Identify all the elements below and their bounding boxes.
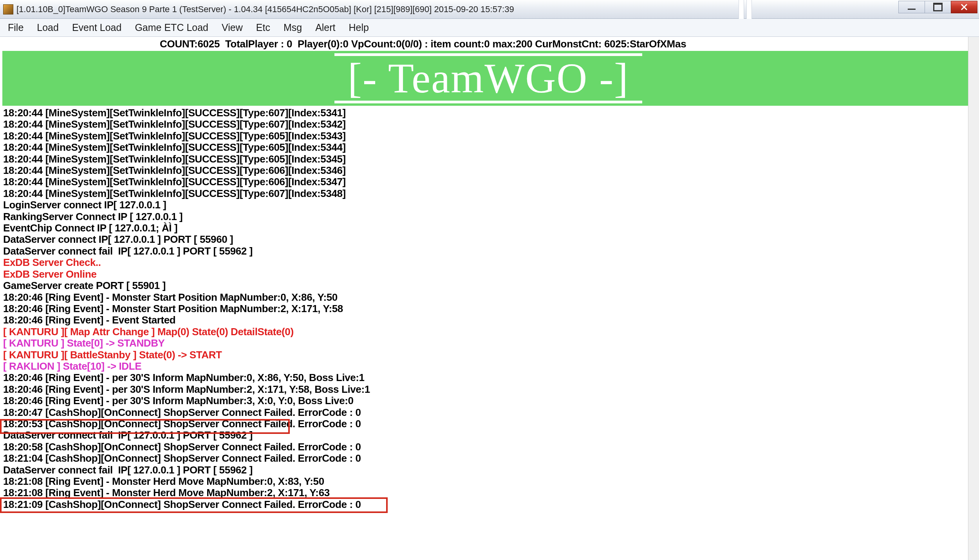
log-line: 18:20:47 [CashShop][OnConnect] ShopServe… bbox=[3, 407, 979, 418]
menu-game-etc-load[interactable]: Game ETC Load bbox=[132, 20, 211, 35]
log-line: 18:20:44 [MineSystem][SetTwinkleInfo][SU… bbox=[3, 107, 979, 119]
maximize-button[interactable] bbox=[925, 1, 951, 13]
app-icon bbox=[3, 4, 13, 14]
minimize-button[interactable] bbox=[898, 1, 925, 13]
menu-help[interactable]: Help bbox=[347, 20, 371, 35]
log-line: 18:20:46 [Ring Event] - per 30'S Inform … bbox=[3, 395, 979, 406]
log-line: ExDB Server Online bbox=[3, 269, 979, 280]
menu-etc[interactable]: Etc bbox=[254, 20, 273, 35]
log-line: 18:21:08 [Ring Event] - Monster Herd Mov… bbox=[3, 487, 979, 499]
decorative-divider bbox=[739, 0, 744, 19]
log-line: 18:20:44 [MineSystem][SetTwinkleInfo][SU… bbox=[3, 188, 979, 199]
menu-alert[interactable]: Alert bbox=[313, 20, 338, 35]
menu-view[interactable]: View bbox=[219, 20, 245, 35]
status-line: COUNT:6025 TotalPlayer : 0 Player(0):0 V… bbox=[0, 37, 979, 51]
close-icon bbox=[960, 3, 968, 11]
log-line: 18:20:46 [Ring Event] - per 30'S Inform … bbox=[3, 384, 979, 395]
title-bar: [1.01.10B_0]TeamWGO Season 9 Parte 1 (Te… bbox=[0, 0, 979, 19]
log-line: 18:20:44 [MineSystem][SetTwinkleInfo][SU… bbox=[3, 165, 979, 176]
log-line: 18:20:53 [CashShop][OnConnect] ShopServe… bbox=[3, 418, 979, 430]
log-line: DataServer connect fail IP[ 127.0.0.1 ] … bbox=[3, 430, 979, 441]
log-line: 18:20:58 [CashShop][OnConnect] ShopServe… bbox=[3, 441, 979, 453]
log-line: [ KANTURU ][ BattleStanby ] State(0) -> … bbox=[3, 349, 979, 361]
window-title: [1.01.10B_0]TeamWGO Season 9 Parte 1 (Te… bbox=[16, 4, 514, 14]
log-line: [ KANTURU ] State[0] -> STANDBY bbox=[3, 338, 979, 349]
log-line: 18:21:08 [Ring Event] - Monster Herd Mov… bbox=[3, 476, 979, 487]
status-text: COUNT:6025 TotalPlayer : 0 Player(0):0 V… bbox=[160, 38, 686, 50]
log-line: 18:21:04 [CashShop][OnConnect] ShopServe… bbox=[3, 453, 979, 464]
log-line: 18:20:46 [Ring Event] - Monster Start Po… bbox=[3, 292, 979, 303]
log-line: 18:20:44 [MineSystem][SetTwinkleInfo][SU… bbox=[3, 154, 979, 165]
log-line: LoginServer connect IP[ 127.0.0.1 ] bbox=[3, 199, 979, 211]
log-line: DataServer connect fail IP[ 127.0.0.1 ] … bbox=[3, 464, 979, 476]
menu-bar: File Load Event Load Game ETC Load View … bbox=[0, 19, 979, 37]
log-line: 18:20:44 [MineSystem][SetTwinkleInfo][SU… bbox=[3, 130, 979, 142]
log-line: ExDB Server Check.. bbox=[3, 257, 979, 268]
banner-text: [- TeamWGO -] bbox=[334, 53, 642, 103]
log-line: DataServer connect IP[ 127.0.0.1 ] PORT … bbox=[3, 234, 979, 245]
log-line: 18:20:44 [MineSystem][SetTwinkleInfo][SU… bbox=[3, 176, 979, 188]
vertical-scrollbar[interactable] bbox=[968, 37, 979, 560]
menu-msg[interactable]: Msg bbox=[281, 20, 304, 35]
close-button[interactable] bbox=[951, 1, 977, 13]
banner: [- TeamWGO -] bbox=[2, 51, 974, 106]
log-line: GameServer create PORT [ 55901 ] bbox=[3, 280, 979, 291]
log-line: 18:21:09 [CashShop][OnConnect] ShopServe… bbox=[3, 499, 979, 510]
log-line: 18:20:44 [MineSystem][SetTwinkleInfo][SU… bbox=[3, 142, 979, 153]
log-line: [ RAKLION ] State[10] -> IDLE bbox=[3, 361, 979, 372]
menu-file[interactable]: File bbox=[5, 20, 26, 35]
decorative-divider bbox=[746, 0, 752, 19]
window-controls bbox=[899, 1, 977, 13]
log-line: EventChip Connect IP [ 127.0.0.1; ÀÌ ] bbox=[3, 222, 979, 234]
menu-event-load[interactable]: Event Load bbox=[70, 20, 124, 35]
menu-load[interactable]: Load bbox=[34, 20, 61, 35]
log-line: 18:20:46 [Ring Event] - per 30'S Inform … bbox=[3, 372, 979, 383]
log-line: 18:20:46 [Ring Event] - Event Started bbox=[3, 314, 979, 326]
log-line: 18:20:44 [MineSystem][SetTwinkleInfo][SU… bbox=[3, 119, 979, 130]
log-line: [ KANTURU ][ Map Attr Change ] Map(0) St… bbox=[3, 326, 979, 338]
log-line: DataServer connect fail IP[ 127.0.0.1 ] … bbox=[3, 246, 979, 257]
log-line: 18:20:46 [Ring Event] - Monster Start Po… bbox=[3, 303, 979, 314]
log-output: 18:20:44 [MineSystem][SetTwinkleInfo][SU… bbox=[0, 106, 979, 556]
log-line: RankingServer Connect IP [ 127.0.0.1 ] bbox=[3, 211, 979, 222]
